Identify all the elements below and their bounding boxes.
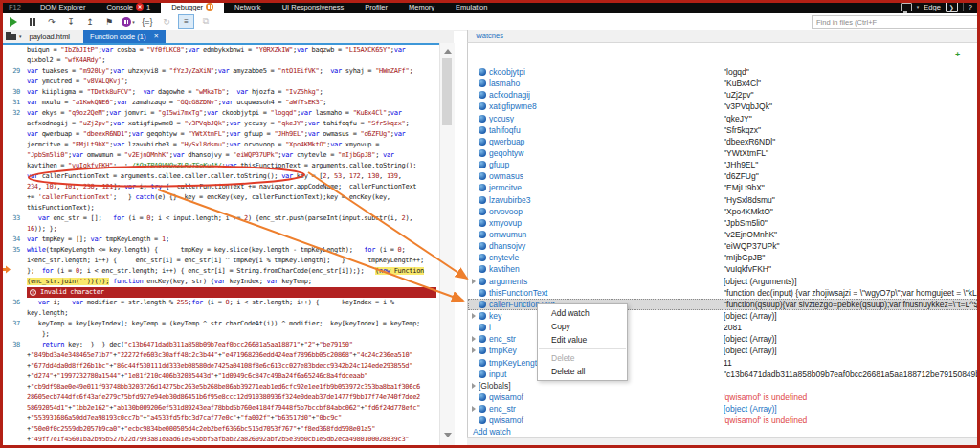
- unpin-window-icon[interactable]: ❯: [946, 2, 958, 12]
- main-tab-profiler[interactable]: Profiler: [354, 0, 398, 13]
- break-on-flag-icon[interactable]: ⚑: [100, 14, 119, 29]
- code-line[interactable]: 34var tmpKey = []; var tmpKeyLength = 1;: [0, 235, 439, 245]
- editor-scrollbar[interactable]: [439, 43, 455, 445]
- step-over-icon[interactable]: ↷: [42, 14, 61, 29]
- main-tab-console[interactable]: Console✕1: [96, 0, 161, 13]
- step-into-icon[interactable]: ↧: [61, 14, 80, 29]
- watch-row-orvovoop[interactable]: orvovoop"Xpo4KMktO": [468, 206, 977, 217]
- watch-row-gfuup[interactable]: gfuup"JHh9EL": [468, 159, 977, 170]
- line-number[interactable]: [0, 192, 27, 203]
- line-number[interactable]: 30: [0, 87, 27, 98]
- code-line[interactable]: 58692054d1"+"1bb2e162"+"ab130b009206ef53…: [0, 403, 439, 414]
- folder-icon[interactable]: [6, 34, 16, 40]
- watch-row-tahifoqfu[interactable]: tahifoqfu"Sfr5kqzx": [468, 124, 977, 136]
- tab-payload-html[interactable]: payload.html: [28, 33, 84, 41]
- line-number[interactable]: [0, 371, 27, 382]
- line-number[interactable]: [0, 203, 27, 213]
- code-line[interactable]: 30var kiipligma = "TDotk8uFCV"; var dago…: [0, 87, 439, 98]
- expander-icon[interactable]: [472, 406, 476, 412]
- line-number[interactable]: [0, 266, 27, 277]
- line-number[interactable]: 36: [0, 298, 27, 308]
- watch-row-ckoobjytpi[interactable]: ckoobjytpi"logqd": [468, 66, 977, 78]
- code-line[interactable]: jermcitve = "EMjLt9bX";var lzavubirbe3 =…: [0, 140, 439, 150]
- menu-item-copy[interactable]: Copy: [538, 320, 627, 333]
- line-number[interactable]: [0, 56, 27, 66]
- line-number[interactable]: 38: [0, 340, 27, 350]
- line-number[interactable]: [0, 382, 27, 392]
- code-line[interactable]: 16)); };: [0, 224, 439, 235]
- scroll-up-icon[interactable]: [444, 49, 452, 54]
- expander-icon[interactable]: [472, 383, 476, 389]
- line-number[interactable]: [0, 414, 27, 424]
- line-number[interactable]: [0, 350, 27, 361]
- watch-row-xatigfipwme8[interactable]: xatigfipwme8"v3PVqbJQk": [468, 101, 977, 112]
- line-number[interactable]: 34: [0, 235, 27, 245]
- help-button[interactable]: ?: [969, 3, 972, 11]
- code-line[interactable]: thisFunctionText);: [0, 203, 439, 213]
- code-line[interactable]: +"d274"+"1997232780a1544"+"1e81f210c406b…: [0, 371, 439, 382]
- main-tab-ui-responsiveness[interactable]: UI Responsiveness: [272, 0, 355, 13]
- code-line[interactable]: 29var tuakses = "m920Ly";var uhzxyvi8 = …: [0, 66, 439, 77]
- just-my-code-icon[interactable]: ≡: [178, 14, 194, 29]
- watch-row-kavtihen[interactable]: kavtihen"vuIqkfvFKH": [468, 263, 977, 275]
- code-line[interactable]: +"677dd4da0d8ff26b1bc"+"86c44f530111dd33…: [0, 361, 439, 371]
- line-number[interactable]: [0, 277, 27, 287]
- watch-row-acfxodnagij[interactable]: acfxodnagij"uZj2pv": [468, 89, 977, 101]
- line-number[interactable]: 31: [0, 98, 27, 108]
- line-number[interactable]: 37: [0, 319, 27, 329]
- expander-icon[interactable]: [472, 313, 476, 319]
- code-editor[interactable]: buiqun = "IbZbJItP";var cosba = "Vf0fLKC…: [0, 43, 439, 447]
- folder-caret-icon[interactable]: ▾: [19, 34, 22, 39]
- device-caret-icon[interactable]: ▾: [917, 4, 920, 10]
- main-tab-emulation[interactable]: Emulation: [445, 0, 498, 13]
- line-number[interactable]: [0, 403, 27, 414]
- watch-row-owmasus[interactable]: owmasus"d6ZFUg": [468, 170, 977, 182]
- line-number[interactable]: [0, 171, 27, 182]
- line-number[interactable]: 35: [0, 245, 27, 256]
- code-line[interactable]: 31var mxulu = "a1KwkQNE6";var zamahzaqo …: [0, 98, 439, 108]
- line-number[interactable]: [0, 161, 27, 171]
- watch-row-qwisamof[interactable]: qwisamof'qwisamof' is undefined: [468, 414, 977, 426]
- code-line[interactable]: 32var ekys = "q9oz2QeM";var jomvri = "gI…: [0, 108, 439, 119]
- line-number[interactable]: [0, 256, 27, 266]
- code-line[interactable]: 38 return key; } } dec("c13b6471dadb311a…: [0, 340, 439, 350]
- watch-row--globals-[interactable]: [Globals]: [468, 380, 977, 392]
- expander-icon[interactable]: [472, 336, 476, 342]
- code-line[interactable]: 234, 107, 101, 230, 121]; var i; try { c…: [0, 182, 439, 192]
- menu-item-delete-all[interactable]: Delete all: [538, 365, 627, 378]
- code-line[interactable]: 33 var enc_str = []; for (i = 0; i < inp…: [0, 213, 439, 224]
- menu-item-edit-value[interactable]: Edit value: [538, 333, 627, 347]
- code-line[interactable]: acfxodnagij = "uZj2pv";var xatigfipwme8 …: [0, 119, 439, 129]
- scrollbar-thumb[interactable]: [442, 58, 452, 125]
- code-line[interactable]: 36 var i; var modifier = str.length % 25…: [0, 298, 439, 308]
- code-line[interactable]: +"50e0f0c2559db2057b9ca0"+"ecbc9834be000…: [0, 424, 439, 435]
- line-number[interactable]: [0, 140, 27, 150]
- tab-function-code[interactable]: Function code (1) ✕: [83, 30, 166, 43]
- line-number[interactable]: [0, 392, 27, 403]
- code-line[interactable]: += 'callerFunctionText'; } catch(e) {} k…: [0, 192, 439, 203]
- code-line[interactable]: }; for (i = 0; i < enc_str.length; i++) …: [0, 266, 439, 277]
- watch-row-arguments[interactable]: arguments[object (Arguments)]: [468, 276, 977, 287]
- code-line[interactable]: qixbol2 = "wfK4ARdy";: [0, 56, 439, 66]
- code-line[interactable]: +"849bd3a4e348465e71b7"+"22272fe603c30af…: [0, 350, 439, 361]
- close-tab-icon[interactable]: ✕: [153, 33, 158, 40]
- watch-row-cnytevle[interactable]: cnytevle"mIjbGpJB": [468, 252, 977, 263]
- add-watch-icon[interactable]: +: [955, 51, 964, 59]
- line-number[interactable]: 32: [0, 108, 27, 119]
- code-line[interactable]: i<enc_str.length; i++) { enc_str[i] = en…: [0, 256, 439, 266]
- step-out-icon[interactable]: ↥: [80, 14, 100, 29]
- code-line[interactable]: +"49ff7e1f45601ba2b95b527b22d7993a81eaad…: [0, 435, 439, 445]
- line-number[interactable]: [0, 224, 27, 235]
- code-line[interactable]: +"553931686a50dd7ea98193c0cc7b"+"a4533fd…: [0, 414, 439, 424]
- watch-row-jermcitve[interactable]: jermcitve"EMjLt9bX": [468, 182, 977, 193]
- watch-row-lasmaho[interactable]: lasmaho"KuBx4Cl": [468, 78, 977, 89]
- menu-item-add-watch[interactable]: Add watch: [538, 306, 627, 320]
- expander-icon[interactable]: [472, 347, 476, 353]
- line-number[interactable]: [0, 435, 27, 445]
- code-line[interactable]: (enc_str.join(''))()); function encKey(k…: [0, 277, 439, 287]
- watch-row-dhansojvy[interactable]: dhansojvy"eiWQP37UPk": [468, 240, 977, 252]
- break-icon[interactable]: [23, 14, 42, 29]
- main-tab-network[interactable]: Network: [224, 0, 272, 13]
- code-line[interactable]: kavtihen = "vuIqkfvFKH"; ; /*QaTBA9VNQxZ…: [0, 161, 439, 171]
- code-line[interactable]: };: [0, 329, 439, 340]
